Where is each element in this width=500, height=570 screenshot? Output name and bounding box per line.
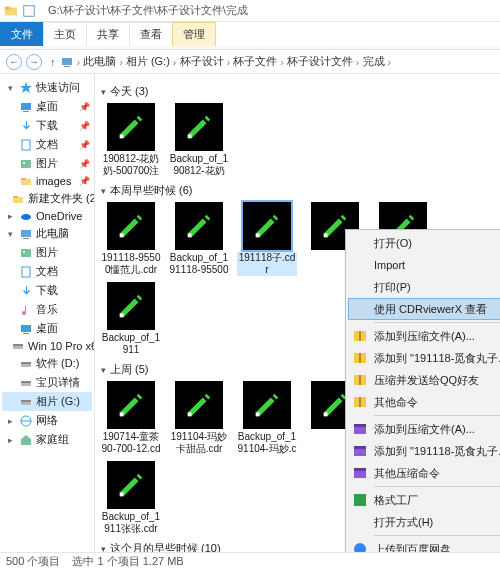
- menu-item[interactable]: Import: [348, 254, 500, 276]
- svg-rect-32: [21, 400, 31, 402]
- file-item[interactable]: Backup_of_1911: [101, 282, 161, 356]
- context-menu[interactable]: 打开(O)Import打印(P)使用 CDRviewerX 查看添加到压缩文件(…: [345, 229, 500, 552]
- fwd-button[interactable]: →: [26, 54, 42, 70]
- file-grid[interactable]: 今天 (3)190812-花奶奶-500700注纸.cdrBackup_of_1…: [95, 74, 500, 552]
- svg-rect-18: [21, 249, 31, 257]
- group-header[interactable]: 今天 (3): [101, 84, 494, 99]
- cdr-thumb: [243, 202, 291, 250]
- tab-manage[interactable]: 管理: [172, 22, 216, 46]
- svg-rect-14: [13, 196, 18, 198]
- file-name: Backup_of_191118-95500懂范儿.cdr: [169, 252, 229, 276]
- tree-item[interactable]: ▾此电脑: [2, 224, 92, 243]
- cdr-thumb: [175, 103, 223, 151]
- props-icon[interactable]: [22, 4, 36, 18]
- nav-tree[interactable]: ▾快速访问桌面📌下载📌文档📌图片📌images📌新建文件夹 (2)📌▸OneDr…: [0, 74, 95, 552]
- cdr-thumb: [107, 103, 155, 151]
- file-item[interactable]: Backup_of_191118-95500懂范儿.cdr: [169, 202, 229, 276]
- file-item[interactable]: Backup_of_1911张张.cdr: [101, 461, 161, 535]
- tree-item[interactable]: 音乐: [2, 300, 92, 319]
- file-name: Backup_of_191104-玛妙.cdr: [237, 431, 297, 455]
- svg-rect-44: [188, 413, 192, 417]
- crumb[interactable]: 相片 (G:): [126, 54, 170, 69]
- cdr-thumb: [243, 381, 291, 429]
- ribbon-tabs: 文件 主页 共享 查看 管理: [0, 22, 500, 46]
- up-icon[interactable]: ↑: [50, 56, 56, 68]
- tree-label: 文档: [36, 137, 58, 152]
- file-item[interactable]: 191118-95500懂范儿.cdr: [101, 202, 161, 276]
- menu-item[interactable]: 添加到压缩文件(A)...: [348, 325, 500, 347]
- file-item[interactable]: 190812-花奶奶-500700注纸.cdr: [101, 103, 161, 177]
- tree-label: 文档: [36, 264, 58, 279]
- file-name: 190714-童茶90-700-12.cdr: [101, 431, 161, 455]
- back-button[interactable]: ←: [6, 54, 22, 70]
- tree-item[interactable]: images📌: [2, 173, 92, 189]
- tree-item[interactable]: ▸OneDrive: [2, 208, 92, 224]
- crumb[interactable]: 杯子设计文件: [287, 54, 353, 69]
- menu-label: 添加到 "191118-觅食丸子.zip" (T): [374, 444, 500, 459]
- tree-item[interactable]: 桌面📌: [2, 97, 92, 116]
- menu-item[interactable]: 上传到百度网盘: [348, 538, 500, 552]
- tree-item[interactable]: ▸家庭组: [2, 430, 92, 449]
- menu-item[interactable]: 添加到 "191118-觅食丸子.zip"(T): [348, 347, 500, 369]
- tree-item[interactable]: Win 10 Pro x64 (C: [2, 338, 92, 354]
- menu-item[interactable]: 打印(P): [348, 276, 500, 298]
- breadcrumb[interactable]: ← → ↑ ›此电脑 ›相片 (G:) ›杯子设计 ›杯子文件 ›杯子设计文件 …: [0, 50, 500, 74]
- file-item[interactable]: Backup_of_190812-花奶咖-500700注纸.cdr: [169, 103, 229, 177]
- crumb[interactable]: 此电脑: [83, 54, 116, 69]
- file-item[interactable]: 190714-童茶90-700-12.cdr: [101, 381, 161, 455]
- menu-item[interactable]: 压缩并发送给QQ好友: [348, 369, 500, 391]
- crumb[interactable]: 完成: [363, 54, 385, 69]
- tab-view[interactable]: 查看: [129, 22, 173, 46]
- folder-icon: [20, 175, 32, 187]
- svg-rect-12: [21, 178, 26, 180]
- svg-rect-36: [188, 135, 192, 139]
- title-bar: G:\杯子设计\杯子文件\杯子设计文件\完成: [0, 0, 500, 22]
- cdr-thumb: [175, 202, 223, 250]
- file-item[interactable]: 191118子.cdr: [237, 202, 297, 276]
- cloud-icon: [20, 210, 32, 222]
- svg-point-75: [354, 543, 366, 552]
- tree-item[interactable]: 桌面: [2, 319, 92, 338]
- menu-separator: [374, 535, 500, 536]
- file-name: 190812-花奶奶-500700注纸.cdr: [101, 153, 161, 177]
- crumb[interactable]: 杯子文件: [233, 54, 277, 69]
- menu-item[interactable]: 添加到 "191118-觅食丸子.zip" (T): [348, 440, 500, 462]
- svg-rect-74: [354, 494, 366, 506]
- menu-item[interactable]: 打开(O): [348, 232, 500, 254]
- menu-item[interactable]: 添加到压缩文件(A)...: [348, 418, 500, 440]
- tree-label: 音乐: [36, 302, 58, 317]
- tree-item[interactable]: 新建文件夹 (2)📌: [2, 189, 92, 208]
- menu-item[interactable]: 打开方式(H)▶: [348, 511, 500, 533]
- tree-item[interactable]: 图片📌: [2, 154, 92, 173]
- tree-item[interactable]: 文档: [2, 262, 92, 281]
- svg-rect-28: [21, 362, 31, 364]
- tree-label: 下载: [36, 283, 58, 298]
- tree-item[interactable]: 文档📌: [2, 135, 92, 154]
- tab-share[interactable]: 共享: [86, 22, 130, 46]
- tree-item[interactable]: 下载: [2, 281, 92, 300]
- tree-item[interactable]: 下载📌: [2, 116, 92, 135]
- tree-item[interactable]: ▸网络: [2, 411, 92, 430]
- tree-item[interactable]: ▾快速访问: [2, 78, 92, 97]
- menu-item[interactable]: 其他压缩命令▶: [348, 462, 500, 484]
- ff-icon: [352, 492, 368, 508]
- svg-rect-42: [120, 314, 124, 318]
- tree-label: images: [36, 175, 71, 187]
- tree-label: 软件 (D:): [36, 356, 79, 371]
- file-item[interactable]: Backup_of_191104-玛妙.cdr: [237, 381, 297, 455]
- tree-item[interactable]: 宝贝详情: [2, 373, 92, 392]
- doc-icon: [20, 266, 32, 278]
- tab-home[interactable]: 主页: [43, 22, 87, 46]
- crumb[interactable]: 杯子设计: [180, 54, 224, 69]
- menu-item[interactable]: 格式工厂▶: [348, 489, 500, 511]
- menu-label: Import: [374, 259, 405, 271]
- tab-file[interactable]: 文件: [0, 22, 44, 46]
- file-item[interactable]: 191104-玛妙卡甜品.cdr: [169, 381, 229, 455]
- tree-item[interactable]: 软件 (D:): [2, 354, 92, 373]
- menu-item[interactable]: 其他命令▶: [348, 391, 500, 413]
- group-header[interactable]: 本周早些时候 (6): [101, 183, 494, 198]
- svg-rect-40: [324, 234, 328, 238]
- tree-item[interactable]: 相片 (G:): [2, 392, 92, 411]
- tree-item[interactable]: 图片: [2, 243, 92, 262]
- menu-item[interactable]: 使用 CDRviewerX 查看: [348, 298, 500, 320]
